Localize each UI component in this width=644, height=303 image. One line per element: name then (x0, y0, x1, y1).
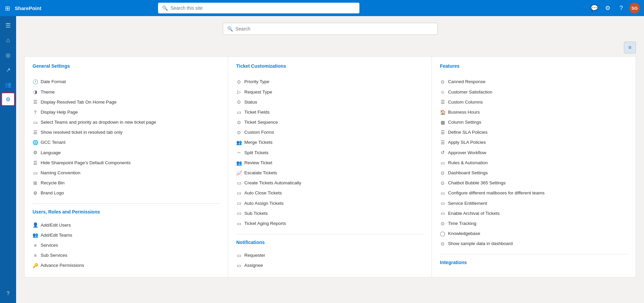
sidebar-item-home[interactable]: ⌂ (1, 34, 15, 47)
menu-advance-permissions[interactable]: 🔑 Advance Permissions (33, 260, 220, 270)
menu-column-settings[interactable]: ▦ Column Settings (440, 117, 628, 127)
menu-review-ticket[interactable]: 👥 Review Ticket (236, 158, 424, 168)
main-content: 🔍 ≡ General Settings 🕐 Date Format ◑ The… (16, 16, 644, 303)
rules-automation-icon: ▭ (440, 160, 445, 166)
sidebar-item-search[interactable]: ◎ (1, 48, 15, 62)
content-grid: General Settings 🕐 Date Format ◑ Theme ☰… (24, 56, 636, 278)
menu-custom-columns[interactable]: ☰ Custom Columns (440, 97, 628, 107)
sidebar-item-users[interactable]: 👥 (1, 78, 15, 91)
knowledgebase-icon: ◯ (440, 231, 445, 237)
menu-gcc-tenant[interactable]: 🌐 GCC Tenant (33, 137, 220, 147)
menu-ticket-sequence-label: Ticket Sequence (244, 119, 278, 125)
menu-ticket-fields[interactable]: ▭ Ticket Fields (236, 107, 424, 117)
content-search-input[interactable] (236, 26, 433, 32)
view-toggle-button[interactable]: ≡ (624, 42, 636, 54)
menu-canned-response[interactable]: ⊙ Canned Response (440, 77, 628, 87)
menu-assignee[interactable]: ▭ Assignee (236, 260, 424, 270)
menu-brand-logo[interactable]: ⚙ Brand Logo (33, 188, 220, 198)
language-icon: ⚙ (33, 149, 38, 156)
menu-auto-close[interactable]: ▭ Auto Close Tickets (236, 188, 424, 198)
app-logo[interactable]: SharePoint (15, 5, 41, 11)
sidebar-item-settings[interactable]: ⚙ (1, 93, 15, 106)
gcc-tenant-icon: 🌐 (33, 139, 38, 145)
menu-time-tracking[interactable]: ⊙ Time Tracking (440, 219, 628, 229)
menu-escalate-tickets[interactable]: 📈 Escalate Tickets (236, 168, 424, 178)
menu-add-edit-users[interactable]: 👤 Add/Edit Users (33, 220, 220, 230)
menu-customer-satisfaction[interactable]: ☺ Customer Satisfaction (440, 87, 628, 97)
menu-custom-columns-label: Custom Columns (448, 99, 483, 105)
menu-business-hours[interactable]: 🏠 Business Hours (440, 107, 628, 117)
menu-sub-tickets[interactable]: ▭ Sub Tickets (236, 208, 424, 218)
menu-auto-assign[interactable]: ▭ Auto Assign Tickets (236, 198, 424, 208)
menu-custom-forms[interactable]: ⊙ Custom Forms (236, 127, 424, 137)
menu-status-label: Status (244, 99, 257, 105)
configure-mailboxes-icon: ▭ (440, 190, 445, 196)
menu-date-format[interactable]: 🕐 Date Format (33, 77, 220, 87)
menu-display-resolved[interactable]: ☰ Display Resolved Tab On Home Page (33, 97, 220, 107)
feedback-icon[interactable]: 💬 (589, 3, 600, 13)
menu-dashboard-settings[interactable]: ⊙ Dashboard Settings (440, 168, 628, 178)
menu-column-settings-label: Column Settings (448, 119, 481, 125)
menu-language[interactable]: ⚙ Language (33, 147, 220, 158)
menu-hide-sharepoint[interactable]: ☰ Hide Sharepoint Page's Default Compone… (33, 158, 220, 168)
custom-columns-icon: ☰ (440, 99, 445, 105)
menu-chatbot-bubble[interactable]: ⊙ Chatbot Bubble 365 Settings (440, 178, 628, 188)
menu-naming-convention[interactable]: ▭ Naming Convention (33, 168, 220, 178)
settings-icon[interactable]: ⚙ (602, 3, 613, 13)
menu-display-help[interactable]: ? Display Help Page (33, 107, 220, 117)
menu-show-resolved-label: Show resolved ticket in resolved tab onl… (41, 129, 122, 135)
top-search-input[interactable] (170, 5, 355, 11)
menu-priority-type[interactable]: ⊙ Priority Type (236, 77, 424, 87)
menu-enable-archival[interactable]: ▭ Enable Archival of Tickets (440, 208, 628, 218)
create-tickets-icon: ▭ (236, 180, 242, 186)
menu-merge-tickets[interactable]: 👥 Merge Tickets (236, 137, 424, 147)
notifications-title: Notifications (236, 240, 424, 245)
service-entitlement-icon: ▭ (440, 200, 445, 206)
menu-configure-mailboxes[interactable]: ▭ Configure different mailboxes for diff… (440, 188, 628, 198)
ticket-aging-icon: ▭ (236, 221, 242, 227)
menu-show-sample-data[interactable]: ⊙ Show sample data in dashboard (440, 239, 628, 249)
menu-rules-automation-label: Rules & Automation (448, 160, 488, 166)
menu-theme-label: Theme (41, 89, 55, 95)
menu-time-tracking-label: Time Tracking (448, 221, 476, 227)
menu-rules-automation[interactable]: ▭ Rules & Automation (440, 158, 628, 168)
menu-split-tickets[interactable]: ↔ Split Tickets (236, 147, 424, 158)
custom-forms-icon: ⊙ (236, 129, 242, 135)
menu-approver-workflow[interactable]: ↺ Approver Workflow (440, 147, 628, 158)
menu-service-entitlement[interactable]: ▭ Service Entitlement (440, 198, 628, 208)
menu-define-sla[interactable]: ☰ Define SLA Policies (440, 127, 628, 137)
sidebar-item-help[interactable]: ? (1, 287, 15, 300)
avatar[interactable]: SG (629, 3, 640, 13)
menu-create-tickets[interactable]: ▭ Create Tickets Automatically (236, 178, 424, 188)
grid-icon[interactable]: ⊞ (4, 5, 11, 11)
menu-ticket-sequence[interactable]: ⊙ Ticket Sequence (236, 117, 424, 127)
menu-sub-tickets-label: Sub Tickets (244, 210, 268, 217)
menu-review-ticket-label: Review Ticket (244, 160, 272, 166)
column-settings-icon: ▦ (440, 119, 445, 125)
features-title: Features (440, 63, 628, 71)
menu-requester[interactable]: ▭ Requester (236, 250, 424, 260)
menu-add-edit-teams[interactable]: 👥 Add/Edit Teams (33, 230, 220, 240)
menu-knowledgebase[interactable]: ◯ Knowledgebase (440, 229, 628, 239)
top-bar: ⊞ SharePoint 🔍 💬 ⚙ ? SG (0, 0, 644, 16)
menu-recycle-bin-label: Recycle Bin (41, 180, 64, 186)
menu-recycle-bin[interactable]: ⊞ Recycle Bin (33, 178, 220, 188)
menu-theme[interactable]: ◑ Theme (33, 87, 220, 97)
sidebar-item-menu[interactable]: ☰ (1, 19, 15, 32)
menu-services[interactable]: ≡ Services (33, 240, 220, 250)
services-icon: ≡ (33, 242, 38, 248)
sidebar-item-analytics[interactable]: ↗ (1, 63, 15, 76)
menu-select-teams[interactable]: ▭ Select Teams and priority as dropdown … (33, 117, 220, 127)
menu-show-resolved[interactable]: ☰ Show resolved ticket in resolved tab o… (33, 127, 220, 137)
menu-sub-services[interactable]: ≡ Sub Services (33, 250, 220, 260)
menu-request-type[interactable]: ▷ Request Type (236, 87, 424, 97)
requester-icon: ▭ (236, 252, 242, 258)
menu-ticket-aging[interactable]: ▭ Ticket Aging Reports (236, 219, 424, 229)
hide-sharepoint-icon: ☰ (33, 160, 38, 166)
help-icon[interactable]: ? (616, 3, 627, 13)
apply-sla-icon: ☰ (440, 139, 445, 145)
menu-status[interactable]: ⊙ Status (236, 97, 424, 107)
menu-apply-sla[interactable]: ☰ Apply SLA Policies (440, 137, 628, 147)
auto-close-icon: ▭ (236, 190, 242, 196)
auto-assign-icon: ▭ (236, 200, 242, 206)
